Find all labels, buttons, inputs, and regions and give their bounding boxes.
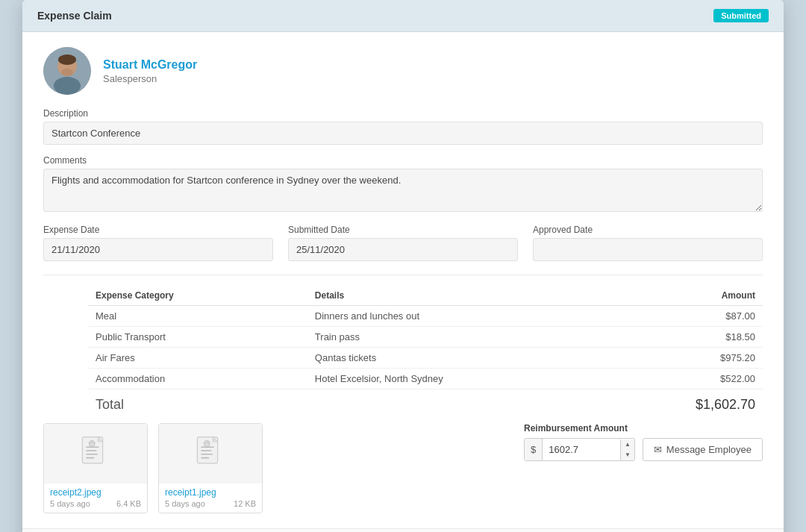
reimbursement-row: $ ▲ ▼ ✉ Message Employee — [524, 438, 763, 461]
expense-date-field: Expense Date — [43, 225, 273, 261]
col-category: Expense Category — [88, 286, 307, 306]
expense-claim-modal: Expense Claim Submitted — [22, 0, 784, 532]
attachment-preview — [44, 424, 147, 484]
spinner-down-button[interactable]: ▼ — [621, 450, 634, 460]
attachment-card: receipt2.jpeg 5 days ago 6.4 KB — [43, 423, 148, 513]
submitted-date-label: Submitted Date — [288, 225, 518, 235]
cell-category: Meal — [88, 306, 307, 327]
attachment-date: 5 days ago — [165, 499, 205, 508]
total-label: Total — [96, 397, 124, 413]
attachment-size: 6.4 KB — [116, 499, 141, 508]
total-amount: $1,602.70 — [696, 397, 755, 413]
submitted-date-field: Submitted Date — [288, 225, 518, 261]
cell-amount: $18.50 — [645, 327, 763, 348]
reimbursement-input-wrap: $ ▲ ▼ — [524, 438, 635, 461]
expense-table-container: Expense Category Details Amount Meal Din… — [88, 286, 763, 416]
cell-details: Train pass — [307, 327, 645, 348]
approved-date-field: Approved Date — [533, 225, 763, 261]
attachment-meta: 5 days ago 12 KB — [165, 499, 256, 508]
attachment-preview — [159, 424, 262, 484]
attachment-name[interactable]: receipt1.jpeg — [165, 487, 256, 498]
expense-date-label: Expense Date — [43, 225, 273, 235]
amount-spinner: ▲ ▼ — [620, 439, 634, 460]
spinner-up-button[interactable]: ▲ — [621, 439, 634, 450]
currency-symbol: $ — [525, 439, 543, 460]
description-field: Description — [43, 108, 763, 145]
dates-row: Expense Date Submitted Date Approved Dat… — [43, 225, 763, 261]
attachment-name[interactable]: receipt2.jpeg — [50, 487, 141, 498]
attachment-date: 5 days ago — [50, 499, 90, 508]
comments-field: Comments — [43, 155, 763, 214]
approved-date-label: Approved Date — [533, 225, 763, 235]
cell-amount: $87.00 — [645, 306, 763, 327]
description-label: Description — [43, 108, 763, 119]
message-employee-label: Message Employee — [666, 444, 752, 455]
modal-footer: Approved Rejected Cancel — [22, 528, 784, 532]
attachment-meta: 5 days ago 6.4 KB — [50, 499, 141, 508]
attachment-card: receipt1.jpeg 5 days ago 12 KB — [158, 423, 263, 513]
col-amount: Amount — [645, 286, 763, 306]
svg-point-1 — [54, 77, 81, 95]
cell-category: Air Fares — [88, 348, 307, 369]
section-divider — [43, 275, 763, 275]
modal-title: Expense Claim — [37, 10, 112, 22]
attachment-info: receipt2.jpeg 5 days ago 6.4 KB — [44, 484, 147, 513]
employee-role: Salesperson — [103, 73, 197, 84]
svg-rect-15 — [201, 457, 209, 459]
cell-details: Hotel Excelsior, North Sydney — [307, 369, 645, 389]
cell-details: Dinners and lunches out — [307, 306, 645, 327]
message-employee-button[interactable]: ✉ Message Employee — [643, 438, 763, 461]
table-row: Air Fares Qantas tickets $975.20 — [88, 348, 763, 369]
file-icon — [78, 436, 113, 472]
col-details: Details — [307, 286, 645, 306]
employee-info: Stuart McGregor Salesperson — [103, 58, 197, 84]
submitted-date-input[interactable] — [288, 238, 518, 261]
attachments: receipt2.jpeg 5 days ago 6.4 KB — [43, 423, 263, 513]
attachment-info: receipt1.jpeg 5 days ago 12 KB — [159, 484, 262, 513]
envelope-icon: ✉ — [654, 444, 662, 455]
file-icon — [193, 436, 228, 472]
svg-rect-7 — [86, 450, 96, 451]
status-badge: Submitted — [713, 9, 769, 22]
reimbursement-label: Reimbursement Amount — [524, 423, 763, 434]
svg-point-4 — [61, 69, 73, 76]
modal-body: Stuart McGregor Salesperson Description … — [22, 32, 784, 528]
description-input[interactable] — [43, 122, 763, 145]
modal-header: Expense Claim Submitted — [22, 0, 784, 32]
attachment-size: 12 KB — [234, 499, 256, 508]
bottom-section: receipt2.jpeg 5 days ago 6.4 KB — [43, 423, 763, 516]
table-row: Meal Dinners and lunches out $87.00 — [88, 306, 763, 327]
reimbursement-section: Reimbursement Amount $ ▲ ▼ ✉ Message Emp… — [524, 423, 763, 461]
cell-amount: $975.20 — [645, 348, 763, 369]
employee-name: Stuart McGregor — [103, 58, 197, 72]
table-row: Public Transport Train pass $18.50 — [88, 327, 763, 348]
svg-rect-8 — [86, 454, 98, 455]
employee-row: Stuart McGregor Salesperson — [43, 47, 763, 95]
reimbursement-amount-input[interactable] — [543, 439, 620, 460]
total-row: Total $1,602.70 — [88, 389, 763, 416]
cell-amount: $522.00 — [645, 369, 763, 389]
comments-label: Comments — [43, 155, 763, 166]
cell-category: Public Transport — [88, 327, 307, 348]
cell-details: Qantas tickets — [307, 348, 645, 369]
cell-category: Accommodation — [88, 369, 307, 389]
svg-point-3 — [58, 54, 76, 65]
approved-date-input[interactable] — [533, 238, 763, 261]
expense-table: Expense Category Details Amount Meal Din… — [88, 286, 763, 389]
svg-rect-9 — [86, 457, 94, 459]
expense-date-input[interactable] — [43, 238, 273, 261]
avatar — [43, 47, 91, 95]
svg-rect-14 — [201, 454, 213, 455]
comments-textarea[interactable] — [43, 169, 763, 212]
svg-rect-13 — [201, 450, 211, 451]
table-row: Accommodation Hotel Excelsior, North Syd… — [88, 369, 763, 389]
